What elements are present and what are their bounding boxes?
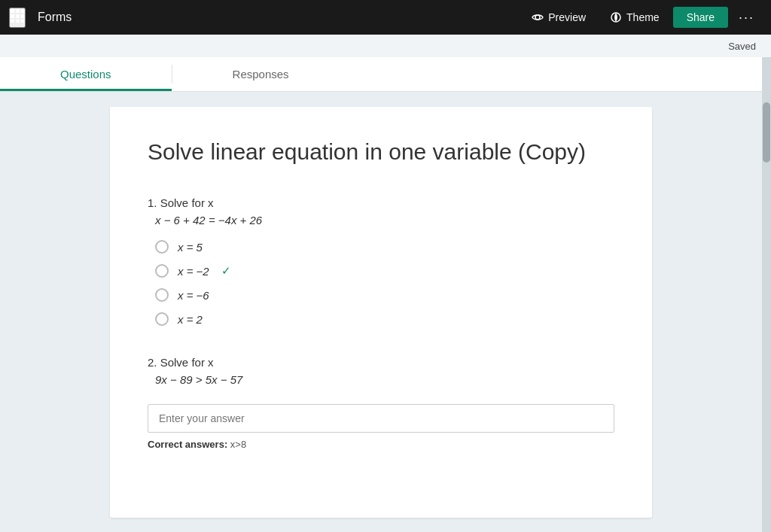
- tabs-bar: Questions Responses: [0, 57, 762, 92]
- option-q1d-label: x = 2: [178, 313, 203, 326]
- radio-circle-q1a: [155, 240, 169, 254]
- question-2-equation: 9x − 89 > 5x − 57: [148, 373, 614, 386]
- correct-answers: Correct answers: x>8: [148, 439, 614, 450]
- option-q1d[interactable]: x = 2: [155, 312, 614, 326]
- svg-point-9: [535, 15, 540, 20]
- svg-rect-1: [16, 9, 20, 13]
- option-q1b[interactable]: x = −2 ✓: [155, 264, 614, 278]
- option-q1a[interactable]: x = 5: [155, 240, 614, 254]
- form-card: Solve linear equation in one variable (C…: [110, 107, 652, 518]
- answer-text-input[interactable]: [148, 404, 614, 433]
- navbar: Forms Preview Theme Share ···: [0, 0, 771, 35]
- theme-label: Theme: [626, 11, 660, 23]
- radio-circle-q1b: [155, 264, 169, 278]
- question-1: 1. Solve for x x − 6 + 42 = −4x + 26 x =…: [148, 196, 614, 326]
- preview-button[interactable]: Preview: [521, 7, 596, 28]
- main-panel: Questions Responses Solve linear equatio…: [0, 57, 762, 532]
- tab-questions[interactable]: Questions: [0, 57, 172, 91]
- svg-rect-5: [21, 14, 24, 18]
- saved-status: Saved: [728, 41, 756, 52]
- more-options-button[interactable]: ···: [731, 6, 762, 29]
- preview-label: Preview: [548, 11, 586, 23]
- status-bar: Saved: [0, 35, 771, 57]
- radio-circle-q1d: [155, 312, 169, 326]
- grid-menu-button[interactable]: [9, 8, 26, 28]
- tab-responses[interactable]: Responses: [172, 57, 349, 91]
- question-2-label: 2. Solve for x: [148, 356, 614, 369]
- option-q1c-label: x = −6: [178, 289, 209, 302]
- scrollbar-thumb[interactable]: [763, 102, 770, 163]
- option-q1b-label: x = −2: [178, 265, 209, 278]
- svg-rect-0: [11, 9, 14, 13]
- option-q1a-label: x = 5: [178, 241, 203, 254]
- svg-rect-4: [16, 14, 20, 18]
- correct-answers-label: Correct answers:: [148, 439, 227, 450]
- share-button[interactable]: Share: [673, 7, 728, 28]
- content-area: Questions Responses Solve linear equatio…: [0, 57, 771, 532]
- form-content: Solve linear equation in one variable (C…: [0, 92, 762, 532]
- question-1-options: x = 5 x = −2 ✓ x = −6: [148, 240, 614, 326]
- correct-answers-value: x>8: [230, 439, 246, 450]
- svg-rect-7: [16, 20, 20, 23]
- question-1-label: 1. Solve for x: [148, 196, 614, 209]
- radio-circle-q1c: [155, 288, 169, 302]
- question-2: 2. Solve for x 9x − 89 > 5x − 57 Correct…: [148, 356, 614, 450]
- svg-rect-2: [21, 9, 24, 13]
- correct-check-icon: ✓: [221, 264, 231, 278]
- app-title: Forms: [38, 11, 521, 24]
- svg-rect-8: [21, 20, 24, 23]
- nav-actions: Preview Theme Share ···: [521, 6, 762, 29]
- option-q1c[interactable]: x = −6: [155, 288, 614, 302]
- svg-rect-6: [11, 20, 14, 23]
- svg-rect-3: [11, 14, 14, 18]
- theme-button[interactable]: Theme: [599, 7, 670, 28]
- scrollbar[interactable]: [762, 57, 771, 532]
- question-1-equation: x − 6 + 42 = −4x + 26: [148, 214, 614, 226]
- form-title: Solve linear equation in one variable (C…: [148, 137, 614, 166]
